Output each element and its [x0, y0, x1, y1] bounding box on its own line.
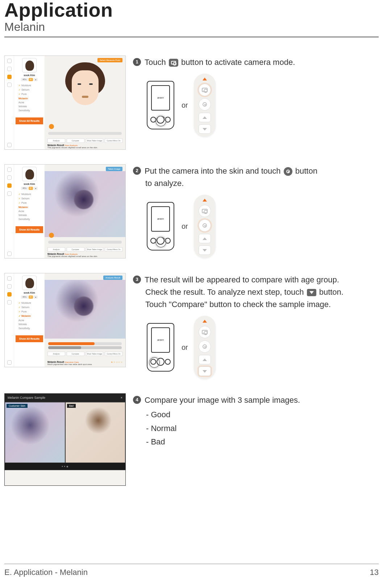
step-number-2: 2 [133, 167, 141, 175]
step-1: sook Kim 40'sF▾ Moisture Sebum Pore Mela… [4, 55, 379, 150]
or-label: or [182, 100, 188, 111]
step-4: Melanin Compare Sample× Customer Skin Ba… [4, 393, 379, 486]
step-number-3: 3 [133, 276, 141, 283]
screenshot-step-4: Melanin Compare Sample× Customer Skin Ba… [4, 393, 126, 486]
footer-breadcrumb: E. Application - Melanin [4, 568, 88, 577]
chevron-down-icon [307, 289, 316, 296]
remote-control [194, 195, 216, 258]
steps-container: sook Kim 40'sF▾ Moisture Sebum Pore Mela… [4, 55, 379, 486]
device-illustration: aram [145, 80, 176, 131]
record-icon [284, 167, 292, 176]
page-footer: E. Application - Melanin 13 [4, 564, 379, 577]
device-illustration: aram [145, 201, 176, 252]
page-subtitle: Melanin [4, 20, 379, 37]
screenshot-step-1: sook Kim 40'sF▾ Moisture Sebum Pore Mela… [4, 55, 126, 150]
camera-icon [169, 59, 178, 67]
page-title: Application [4, 0, 379, 20]
step-3: sook Kim 40'sF▾ Moisture Sebum Pore Mela… [4, 273, 379, 379]
remote-camera-button[interactable] [199, 84, 211, 96]
face-illustration [62, 62, 109, 117]
mini-customer-name: sook Kim [16, 74, 43, 76]
sample-quality-list: - Good - Normal - Bad [146, 408, 379, 448]
remote-down-button[interactable] [199, 124, 211, 134]
pager-dots[interactable]: • • ● [5, 463, 125, 470]
remote-control [194, 74, 216, 137]
screenshot-step-3: sook Kim 40'sF▾ Moisture Sebum Pore Mela… [4, 273, 126, 367]
show-all-results-button[interactable]: Show All Results [16, 117, 43, 124]
step2-text: Put the camera into the skin and touch b… [145, 165, 317, 177]
remote-record-button[interactable] [199, 219, 211, 232]
page-number: 13 [370, 568, 379, 577]
remote-up-button[interactable] [199, 113, 211, 122]
step1-text: Touch button to activate camera mode. [145, 56, 295, 69]
close-icon[interactable]: × [121, 396, 122, 399]
step-2: sook Kim 40'sF▾ Moisture Sebum Pore Mela… [4, 164, 379, 258]
screenshot-step-2: sook Kim 40'sF▾ Moisture Sebum Pore Mela… [4, 164, 126, 258]
remote-record-button[interactable] [199, 98, 211, 111]
remote-control [194, 316, 216, 379]
remote-down-button[interactable] [199, 367, 211, 376]
skin-capture-image [45, 171, 125, 237]
step-number-1: 1 [133, 58, 141, 66]
step-number-4: 4 [133, 396, 141, 404]
compare-dialog-title: Melanin Compare Sample [8, 396, 45, 399]
device-illustration: aram [145, 322, 176, 373]
page-header: Application Melanin [4, 0, 379, 37]
